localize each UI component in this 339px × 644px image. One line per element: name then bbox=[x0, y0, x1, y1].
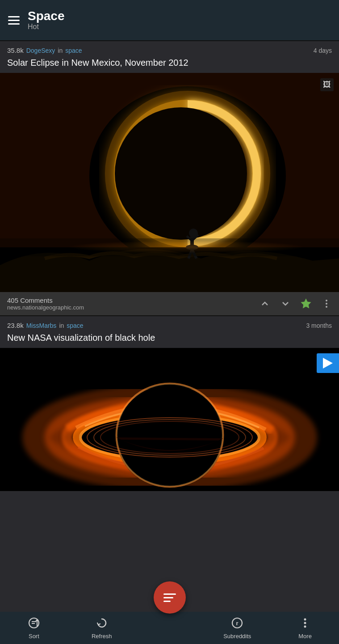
svg-rect-13 bbox=[0, 238, 339, 256]
video-play-button[interactable] bbox=[317, 353, 339, 373]
more-label: More bbox=[298, 633, 312, 640]
svg-point-17 bbox=[326, 306, 327, 308]
post-meta: 35.8k DogeSexy in space 4 days bbox=[0, 41, 339, 56]
downvote-button[interactable] bbox=[280, 298, 291, 309]
svg-point-38 bbox=[304, 622, 306, 624]
post-title[interactable]: Solar Eclipse in New Mexico, November 20… bbox=[0, 56, 339, 73]
star-button[interactable] bbox=[301, 298, 311, 309]
post-domain: news.nationalgeographic.com bbox=[7, 304, 84, 311]
app-header: Space Hot bbox=[0, 0, 339, 40]
svg-point-37 bbox=[304, 618, 306, 620]
post-time: 4 days bbox=[314, 47, 332, 54]
play-triangle-icon bbox=[323, 358, 333, 369]
post-sub-label: in bbox=[59, 322, 64, 329]
post-actions bbox=[259, 298, 332, 309]
nav-sort[interactable]: Sort bbox=[0, 617, 68, 640]
post-footer: 405 Comments news.nationalgeographic.com bbox=[0, 292, 339, 315]
post-subreddit[interactable]: space bbox=[67, 322, 83, 329]
upvote-button[interactable] bbox=[259, 298, 270, 309]
page-subtitle: Hot bbox=[28, 23, 65, 31]
post-card: 23.8k MissMarbs in space 3 months New NA… bbox=[0, 316, 339, 491]
fab-button[interactable] bbox=[154, 581, 186, 614]
header-title-block: Space Hot bbox=[28, 9, 65, 31]
post-author[interactable]: DogeSexy bbox=[26, 47, 55, 54]
sort-label: Sort bbox=[29, 633, 39, 640]
more-nav-icon bbox=[299, 617, 311, 631]
svg-point-25 bbox=[125, 391, 214, 479]
sort-icon bbox=[28, 617, 40, 631]
svg-point-4 bbox=[115, 107, 247, 240]
post-image-blackhole[interactable] bbox=[0, 348, 339, 491]
nav-subreddits[interactable]: r Subreddits bbox=[203, 617, 271, 640]
post-more-button[interactable] bbox=[321, 298, 332, 309]
refresh-icon bbox=[96, 617, 108, 631]
menu-icon[interactable] bbox=[8, 16, 20, 25]
post-subreddit[interactable]: space bbox=[65, 47, 82, 54]
subreddits-label: Subreddits bbox=[223, 633, 251, 640]
bottom-navigation: Sort Refresh r Subreddits More bbox=[0, 612, 339, 644]
subreddits-icon: r bbox=[231, 617, 243, 631]
refresh-label: Refresh bbox=[92, 633, 112, 640]
post-time: 3 months bbox=[306, 322, 332, 329]
svg-point-16 bbox=[326, 303, 327, 305]
post-sub-label: in bbox=[58, 47, 63, 54]
post-comments[interactable]: 405 Comments news.nationalgeographic.com bbox=[7, 297, 84, 311]
post-title[interactable]: New NASA visualization of black hole bbox=[0, 331, 339, 348]
post-card: 35.8k DogeSexy in space 4 days Solar Ecl… bbox=[0, 41, 339, 315]
fab-icon bbox=[163, 593, 176, 602]
page-title: Space bbox=[28, 9, 65, 23]
svg-marker-14 bbox=[301, 299, 310, 308]
image-type-icon: 🖼 bbox=[320, 78, 334, 91]
svg-point-15 bbox=[326, 300, 327, 301]
post-score: 23.8k bbox=[7, 322, 24, 329]
post-image-eclipse[interactable]: 🖼 bbox=[0, 73, 339, 292]
post-meta-left: 23.8k MissMarbs in space bbox=[7, 322, 84, 329]
post-author[interactable]: MissMarbs bbox=[26, 322, 57, 329]
svg-text:r: r bbox=[236, 620, 239, 627]
nav-refresh[interactable]: Refresh bbox=[68, 617, 136, 640]
comments-count: 405 Comments bbox=[7, 297, 84, 304]
nav-more[interactable]: More bbox=[271, 617, 339, 640]
post-score: 35.8k bbox=[7, 47, 24, 54]
post-meta-left: 35.8k DogeSexy in space bbox=[7, 47, 82, 54]
post-meta: 23.8k MissMarbs in space 3 months bbox=[0, 316, 339, 331]
svg-point-39 bbox=[304, 625, 306, 627]
